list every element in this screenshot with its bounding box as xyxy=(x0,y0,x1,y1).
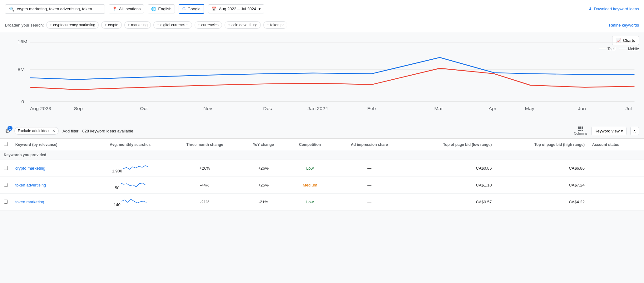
chip-token-pr[interactable]: + token pr xyxy=(263,21,287,29)
chip-digital-currencies[interactable]: + digital currencies xyxy=(153,21,192,29)
col-ad-impression[interactable]: Ad impression share xyxy=(334,139,405,150)
search-box[interactable] xyxy=(5,4,105,14)
language-button[interactable]: 🌐 English xyxy=(148,4,175,13)
download-button[interactable]: ⬇ Download keyword ideas xyxy=(588,7,639,11)
three-month-0: +26% xyxy=(169,160,240,177)
chip-cryptocurrency-marketing[interactable]: + cryptocurrency marketing xyxy=(46,21,99,29)
chart-container: 16M 8M 0 Aug 2023 Sep Oct Nov Dec Jan 20… xyxy=(5,37,639,118)
svg-text:Jan 2024: Jan 2024 xyxy=(308,107,328,111)
row-checkbox-1[interactable] xyxy=(4,183,8,187)
plus-icon: + xyxy=(198,23,200,27)
chip-label-5: coin advertising xyxy=(231,23,257,27)
yoy-1: +25% xyxy=(240,177,286,194)
chip-marketing[interactable]: + marketing xyxy=(124,21,151,29)
row-checkbox-0[interactable] xyxy=(4,166,8,170)
plus-icon: + xyxy=(267,23,269,27)
table-header-row: Keyword (by relevance) Avg. monthly sear… xyxy=(0,139,644,150)
refine-keywords-label: Refine keywords xyxy=(609,23,639,27)
yoy-0: +26% xyxy=(240,160,286,177)
download-icon: ⬇ xyxy=(588,7,592,11)
google-icon: G xyxy=(182,7,186,11)
table-row: token advertising 50 -44% +25% Medium — … xyxy=(0,177,644,194)
filter-bar: ⚙ 1 Exclude adult ideas ✕ Add filter 828… xyxy=(0,123,644,139)
chart-section: 📈 Charts Total Mobile 16M 8M 0 xyxy=(0,32,644,123)
chip-label-0: cryptocurrency marketing xyxy=(53,23,95,27)
columns-button[interactable]: Columns xyxy=(574,127,587,135)
exclude-chip-close[interactable]: ✕ xyxy=(52,129,55,133)
trend-chart: 16M 8M 0 Aug 2023 Sep Oct Nov Dec Jan 20… xyxy=(5,37,639,118)
col-bid-low[interactable]: Top of page bid (low range) xyxy=(405,139,495,150)
top-bar: 📍 All locations 🌐 English G Google 📅 Aug… xyxy=(0,0,644,18)
sparkline-0 xyxy=(123,163,148,172)
bid-high-0: CA$6.86 xyxy=(495,160,588,177)
chip-label-4: currencies xyxy=(201,23,219,27)
bid-low-0: CA$0.86 xyxy=(405,160,495,177)
ad-impression-2: — xyxy=(334,194,405,211)
svg-text:Dec: Dec xyxy=(263,107,272,111)
keyword-name-2[interactable]: token marketing xyxy=(15,200,44,204)
add-filter-button[interactable]: Add filter xyxy=(62,129,78,133)
keyword-view-label: Keyword view xyxy=(595,129,620,133)
bid-high-2: CA$4.22 xyxy=(495,194,588,211)
keyword-view-button[interactable]: Keyword view ▾ xyxy=(591,127,627,135)
search-input[interactable] xyxy=(17,7,92,11)
table-section: Keyword (by relevance) Avg. monthly sear… xyxy=(0,139,644,211)
svg-text:Mar: Mar xyxy=(434,107,443,111)
svg-text:Jun: Jun xyxy=(578,107,586,111)
svg-text:Nov: Nov xyxy=(203,107,212,111)
col-yoy[interactable]: YoY change xyxy=(240,139,286,150)
add-filter-label: Add filter xyxy=(62,129,78,133)
yoy-2: -21% xyxy=(240,194,286,211)
filter-badge[interactable]: ⚙ 1 xyxy=(5,127,11,135)
plus-icon: + xyxy=(157,23,159,27)
col-keyword[interactable]: Keyword (by relevance) xyxy=(12,139,91,150)
bid-low-2: CA$0.57 xyxy=(405,194,495,211)
col-three-month[interactable]: Three month change xyxy=(169,139,240,150)
account-status-1 xyxy=(588,177,644,194)
collapse-button[interactable]: ∧ xyxy=(630,127,639,135)
select-all-checkbox[interactable] xyxy=(4,142,8,146)
col-competition[interactable]: Competition xyxy=(286,139,334,150)
location-button[interactable]: 📍 All locations xyxy=(109,4,144,13)
svg-text:Apr: Apr xyxy=(489,107,497,111)
chip-label-6: token pr xyxy=(270,23,284,27)
svg-text:Feb: Feb xyxy=(367,107,376,111)
svg-text:8M: 8M xyxy=(18,67,25,72)
columns-icon xyxy=(578,127,583,131)
col-account-status[interactable]: Account status xyxy=(588,139,644,150)
three-month-1: -44% xyxy=(169,177,240,194)
chip-crypto[interactable]: + crypto xyxy=(101,21,122,29)
collapse-icon: ∧ xyxy=(633,129,636,133)
chip-coin-advertising[interactable]: + coin advertising xyxy=(225,21,261,29)
account-status-2 xyxy=(588,194,644,211)
broaden-bar: Broaden your search: + cryptocurrency ma… xyxy=(0,18,644,32)
filter-right: Columns Keyword view ▾ ∧ xyxy=(574,127,639,135)
date-range-button[interactable]: 📅 Aug 2023 – Jul 2024 ▾ xyxy=(208,4,264,13)
download-label: Download keyword ideas xyxy=(594,7,639,11)
bid-high-1: CA$7.24 xyxy=(495,177,588,194)
keyword-name-0[interactable]: crypto marketing xyxy=(15,166,45,171)
keyword-name-1[interactable]: token advertising xyxy=(15,183,46,187)
competition-1: Medium xyxy=(286,177,334,194)
svg-text:16M: 16M xyxy=(18,40,27,44)
refine-keywords-button[interactable]: Refine keywords xyxy=(609,23,639,27)
chip-label-1: crypto xyxy=(108,23,118,27)
avg-searches-2: 140 xyxy=(91,194,169,211)
section-header-label: Keywords you provided xyxy=(4,153,46,157)
svg-text:May: May xyxy=(525,107,534,111)
chip-currencies[interactable]: + currencies xyxy=(195,21,222,29)
bid-low-1: CA$1.10 xyxy=(405,177,495,194)
avg-searches-1: 50 xyxy=(91,177,169,194)
chip-label-2: marketing xyxy=(131,23,148,27)
svg-text:Sep: Sep xyxy=(74,107,83,111)
svg-text:0: 0 xyxy=(21,100,24,104)
table-row: token marketing 140 -21% -21% Low — CA$0… xyxy=(0,194,644,211)
keyword-count: 828 keyword ideas available xyxy=(82,129,133,133)
col-avg-searches[interactable]: Avg. monthly searches xyxy=(91,139,169,150)
col-bid-high[interactable]: Top of page bid (high range) xyxy=(495,139,588,150)
row-checkbox-2[interactable] xyxy=(4,200,8,204)
engine-button[interactable]: G Google xyxy=(179,4,204,14)
location-icon: 📍 xyxy=(112,7,117,11)
filter-badge-count: 1 xyxy=(7,126,12,131)
svg-text:Aug 2023: Aug 2023 xyxy=(30,107,51,111)
